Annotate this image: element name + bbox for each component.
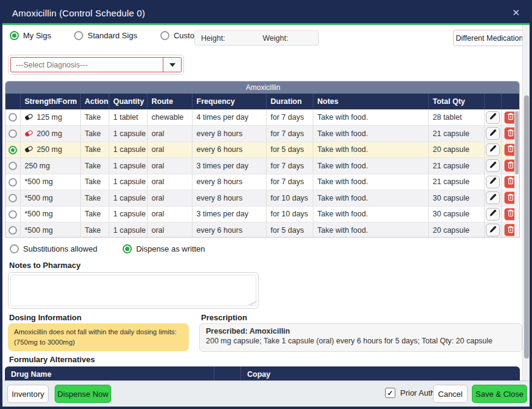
save-close-button[interactable]: Save & Close <box>472 385 527 403</box>
table-scrollbar-thumb[interactable] <box>515 111 519 174</box>
radio-icon[interactable] <box>10 31 19 40</box>
trash-icon <box>507 209 514 219</box>
edit-row-button[interactable] <box>486 111 500 124</box>
row-radio-cell <box>5 142 20 158</box>
sig-type-radio-group: My Sigs Standard Sigs Custom Sig <box>10 31 214 40</box>
cell-strength-form: 250 mg <box>20 158 80 174</box>
sig-table-row[interactable]: *500 mgTake1 capsuleoralevery 6 hoursfor… <box>5 222 520 238</box>
sig-table-row[interactable]: *500 mgTake1 capsuleoralevery 8 hoursfor… <box>5 174 520 190</box>
formulary-alternatives-label: Formulary Alternatives <box>9 355 95 364</box>
table-scrollbar[interactable] <box>514 110 519 238</box>
col-action: Action <box>80 94 109 109</box>
strength-text: 125 mg <box>37 113 63 122</box>
cell-total-qty: 21 capsule <box>428 174 484 190</box>
radio-label: Dispense as written <box>136 244 205 253</box>
sig-table-row[interactable]: 250 mgTake1 capsuleoral3 times per dayfo… <box>5 158 520 174</box>
radio-dispense-as-written[interactable]: Dispense as written <box>123 244 205 253</box>
cell-route: oral <box>147 222 192 238</box>
cell-action: Take <box>80 206 109 222</box>
notes-to-pharmacy-input[interactable] <box>10 275 256 306</box>
sig-row-radio[interactable] <box>9 210 17 219</box>
prescription-label: Prescription <box>201 313 247 322</box>
edit-row-button[interactable] <box>486 208 500 221</box>
chevron-down-icon[interactable] <box>163 58 181 72</box>
edit-row-button[interactable] <box>486 127 500 140</box>
sig-row-radio[interactable] <box>9 146 17 154</box>
sig-row-radio[interactable] <box>9 194 17 202</box>
trash-icon <box>507 225 514 235</box>
cell-action: Take <box>80 190 109 207</box>
edit-row-button[interactable] <box>486 159 500 172</box>
edit-row-button[interactable] <box>486 191 500 204</box>
sig-row-radio[interactable] <box>9 226 17 235</box>
radio-icon[interactable] <box>10 244 19 253</box>
prior-auth-label: Prior Auth <box>400 388 435 397</box>
row-radio-cell <box>5 174 20 190</box>
substitution-radio-group: Substitutions allowed Dispense as writte… <box>10 244 205 253</box>
pencil-icon <box>489 177 497 187</box>
cell-strength-form: 200 mg <box>20 126 80 142</box>
sig-row-radio[interactable] <box>9 178 17 187</box>
close-icon[interactable]: ✕ <box>512 7 530 18</box>
radio-substitutions-allowed[interactable]: Substitutions allowed <box>10 244 97 253</box>
cell-duration: for 5 days <box>266 142 313 158</box>
sig-table-row[interactable]: 125 mgTake1 tabletchewable4 times per da… <box>5 109 520 126</box>
cell-strength-form: 125 mg <box>20 109 80 126</box>
trash-icon <box>507 161 514 171</box>
prior-auth-control[interactable]: ✓ Prior Auth <box>385 388 435 398</box>
sig-table-row[interactable]: 200 mgTake1 capsuleoralevery 8 hoursfor … <box>5 126 520 142</box>
sig-table: Amoxicillin Strength/Form Action Quantit… <box>5 81 520 238</box>
cancel-button[interactable]: Cancel <box>433 385 468 403</box>
sig-row-radio[interactable] <box>9 113 17 122</box>
strength-text: 250 mg <box>25 162 50 170</box>
dialog-scrollbar-thumb[interactable] <box>524 95 529 359</box>
col-notes: Notes <box>313 94 428 109</box>
sig-table-row[interactable]: *500 mgTake1 capsuleoral3 times per dayf… <box>5 206 520 222</box>
radio-label: Substitutions allowed <box>23 244 97 253</box>
radio-icon[interactable] <box>74 31 83 40</box>
inventory-button[interactable]: Inventory <box>7 385 49 403</box>
cell-action: Take <box>80 109 109 126</box>
edit-row-button[interactable] <box>486 176 500 188</box>
radio-icon[interactable] <box>160 31 169 40</box>
cell-frequency: 4 times per day <box>192 109 266 126</box>
edit-cell <box>484 190 501 207</box>
notes-to-pharmacy-wrap <box>8 272 259 309</box>
sig-table-row[interactable]: 250 mgTake1 capsuleoralevery 6 hoursfor … <box>5 142 520 158</box>
sig-row-radio[interactable] <box>9 129 17 138</box>
cell-quantity: 1 capsule <box>109 206 147 222</box>
dispense-now-button[interactable]: Dispense Now <box>55 385 111 403</box>
sig-table-row[interactable]: *500 mgTake1 capsuleoralevery 8 hoursfor… <box>5 190 520 207</box>
dialog-scrollbar[interactable] <box>522 25 530 380</box>
col-quantity: Quantity <box>109 94 147 109</box>
radio-label: Standard Sigs <box>87 31 137 40</box>
cell-frequency: 3 times per day <box>192 206 266 222</box>
diagnosis-dropdown-field[interactable]: ---Select Diagnosis--- <box>10 57 182 72</box>
cell-total-qty: 20 capsule <box>428 142 484 158</box>
cell-notes: Take with food. <box>313 206 428 222</box>
edit-cell <box>484 109 501 126</box>
cell-action: Take <box>80 158 109 174</box>
capsule-icon <box>24 146 33 153</box>
col-delete <box>501 94 520 109</box>
trash-icon <box>507 145 514 154</box>
col-frequency: Frequency <box>192 94 266 109</box>
dialog-title: Amoxicillin (Control Schedule 0) <box>2 8 145 18</box>
trash-icon <box>507 177 514 187</box>
edit-row-button[interactable] <box>486 224 500 236</box>
radio-icon[interactable] <box>123 244 132 253</box>
radio-standard-sigs[interactable]: Standard Sigs <box>74 31 137 40</box>
weight-label: Weight: <box>257 34 319 43</box>
cell-route: oral <box>147 174 192 190</box>
different-medication-button[interactable]: Different Medication <box>453 30 526 46</box>
cell-action: Take <box>80 222 109 238</box>
diagnosis-dropdown[interactable]: ---Select Diagnosis--- <box>8 55 184 75</box>
cell-strength-form: *500 mg <box>20 222 80 238</box>
prior-auth-checkbox[interactable]: ✓ <box>385 388 395 398</box>
radio-my-sigs[interactable]: My Sigs <box>10 31 51 40</box>
edit-row-button[interactable] <box>486 143 500 156</box>
group-header-label: Amoxicillin <box>5 81 520 94</box>
edit-cell <box>484 174 501 190</box>
height-label: Height: <box>195 34 257 43</box>
sig-row-radio[interactable] <box>9 162 17 170</box>
